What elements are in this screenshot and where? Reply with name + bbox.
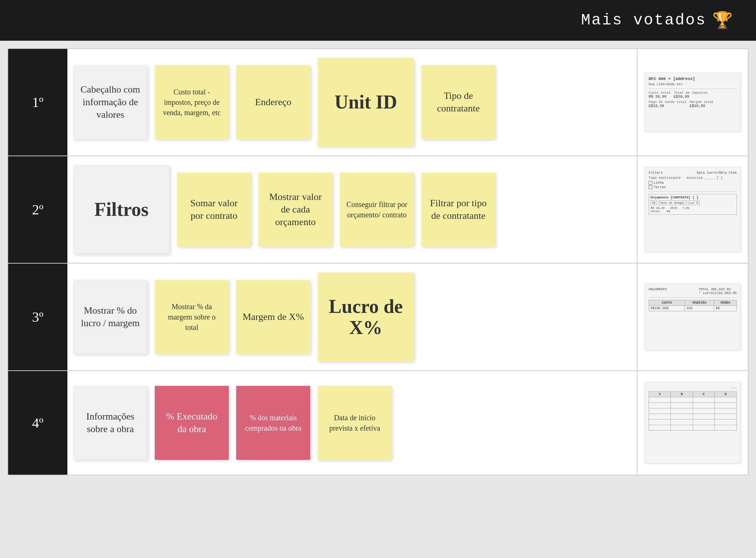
rank-1: 1º [32,94,44,110]
rank-cell-3: 3º [8,264,67,370]
card-2-2: Somar valor por contrato [177,173,251,247]
trophy-icon: 🏆 [712,10,734,30]
preview-cell-4: --- ABCD [637,371,748,475]
cards-area-2: Filtros Somar valor por contrato Mostrar… [67,156,637,263]
card-1-3: Endereço [236,65,310,139]
sketch-2: Filters Data lucro/Obra Fine Tipo contra… [645,167,741,252]
rank-3: 3º [32,309,44,325]
rank-cell-2: 2º [8,156,67,263]
card-text-1-5: Tipo de contratante [427,90,489,115]
card-4-1: Informações sobre a obra [73,386,147,460]
card-text-3-2: Mostrar % da margem sobre o total [161,301,223,333]
card-text-1-3: Endereço [255,96,291,108]
cards-area-1: Cabeçalho com informação de valores Cust… [67,49,637,156]
rank-cell-4: 4º [8,371,67,475]
rank-4: 4º [32,415,44,431]
table-row-4: 4º Informações sobre a obra % Executado … [8,371,748,475]
card-text-2-3: Mostrar valor de cada orçamento [264,191,327,228]
card-3-2: Mostrar % da margem sobre o total [155,280,229,354]
preview-cell-1: DFC 000 + [address] Rua Liberdade etc Cu… [637,49,748,156]
card-text-4-4: Data de início prevista x efetiva [324,412,386,433]
card-3-3: Margem de X% [236,280,310,354]
header: Mais votados 🏆 [0,0,756,41]
card-text-2-2: Somar valor por contrato [183,197,245,222]
card-4-2: % Executado da obra [155,386,229,460]
card-text-4-1: Informações sobre a obra [79,410,141,435]
card-2-4: Conseguir filtrar por orçamento/ contrat… [340,173,414,247]
card-text-4-3: % dos materiais comprados na obra [242,412,304,433]
card-text-2-4: Conseguir filtrar por orçamento/ contrat… [346,199,408,220]
card-3-4: Lucro de X% [318,273,414,361]
card-2-1: Filtros [73,165,170,254]
card-text-3-1: Mostrar % do lucro / margem [79,304,141,330]
table-row: 1º Cabeçalho com informação de valores C… [8,49,748,156]
rank-2: 2º [32,201,44,218]
page-wrapper: Mais votados 🏆 1º Cabeçalho com informaç… [0,0,756,558]
sketch-3: ORÇAMENTO TOTAL 302.632.02* Lucro(s)Ds.0… [645,284,741,350]
card-1-1: Cabeçalho com informação de valores [73,65,147,139]
card-text-2-1: Filtros [94,199,148,220]
card-1-4: Unit ID [318,58,414,147]
card-text-1-4: Unit ID [334,91,397,113]
preview-cell-2: Filters Data lucro/Obra Fine Tipo contra… [637,156,748,263]
card-text-1-2: Custo total - impostos, preço de venda, … [161,87,223,118]
card-4-3: % dos materiais comprados na obra [236,386,310,460]
cards-area-4: Informações sobre a obra % Executado da … [67,371,637,475]
header-title: Mais votados 🏆 [581,10,734,30]
card-text-4-2: % Executado da obra [161,410,223,435]
card-3-1: Mostrar % do lucro / margem [73,280,147,354]
card-1-5: Tipo de contratante [421,65,495,139]
card-text-3-3: Margem de X% [242,311,304,323]
table-container: 1º Cabeçalho com informação de valores C… [7,48,749,475]
title-text: Mais votados [581,11,706,29]
card-2-3: Mostrar valor de cada orçamento [258,173,332,247]
preview-cell-3: ORÇAMENTO TOTAL 302.632.02* Lucro(s)Ds.0… [637,264,748,370]
sketch-4: --- ABCD [645,382,741,464]
card-text-1-1: Cabeçalho com informação de valores [79,83,141,121]
rank-cell-1: 1º [8,49,67,156]
cards-area-3: Mostrar % do lucro / margem Mostrar % da… [67,264,637,370]
card-1-2: Custo total - impostos, preço de venda, … [155,65,229,139]
card-text-3-4: Lucro de X% [324,296,408,338]
card-2-5: Filtrar por tipo de contratante [421,173,495,247]
sketch-1: DFC 000 + [address] Rua Liberdade etc Cu… [645,73,741,132]
table-row-3: 3º Mostrar % do lucro / margem Mostrar %… [8,264,748,371]
card-4-4: Data de início prevista x efetiva [318,386,392,460]
card-text-2-5: Filtrar por tipo de contratante [427,197,489,222]
table-row-2: 2º Filtros Somar valor por contrato Most… [8,156,748,264]
main-content: 1º Cabeçalho com informação de valores C… [0,41,756,558]
